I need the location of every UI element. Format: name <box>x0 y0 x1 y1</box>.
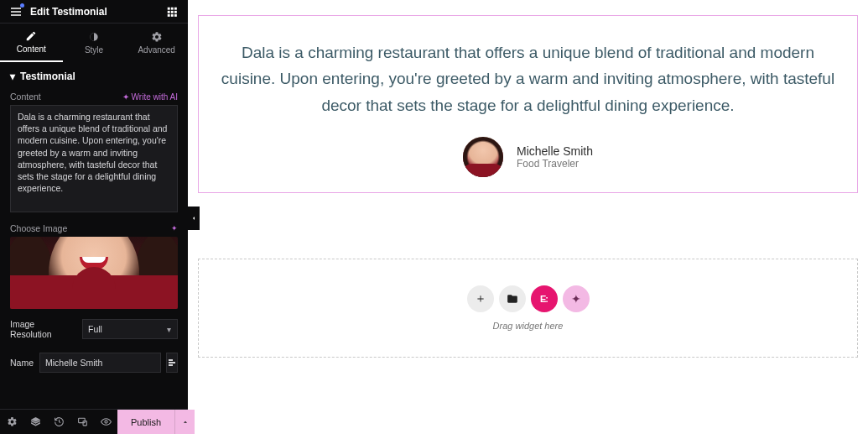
avatar <box>463 137 503 177</box>
name-input[interactable] <box>39 353 161 373</box>
menu-icon[interactable] <box>7 3 25 21</box>
svg-rect-1 <box>171 7 174 9</box>
content-field: Content ✦ Write with AI <box>0 87 188 219</box>
content-label: Content <box>10 92 41 102</box>
dynamic-tags-button[interactable] <box>166 353 178 373</box>
tab-content-label: Content <box>17 44 46 54</box>
image-resolution-label: Image Resolution <box>10 319 77 339</box>
write-with-ai-link[interactable]: ✦ Write with AI <box>122 92 178 102</box>
content-textarea[interactable] <box>10 105 178 212</box>
panel-footer: Publish <box>0 409 188 434</box>
editor-panel: Edit Testimonial Content Style Advanced … <box>0 0 188 434</box>
svg-rect-7 <box>171 13 174 16</box>
notification-dot-icon <box>20 3 24 8</box>
svg-rect-5 <box>174 10 177 13</box>
settings-icon[interactable] <box>0 410 23 434</box>
svg-rect-6 <box>168 13 170 16</box>
tab-advanced[interactable]: Advanced <box>125 24 188 62</box>
section-testimonial-toggle[interactable]: ▾ Testimonial <box>0 62 188 87</box>
responsive-icon[interactable] <box>70 410 94 434</box>
svg-rect-3 <box>168 10 170 13</box>
testimonial-widget[interactable]: Dala is a charming restaurant that offer… <box>198 15 858 193</box>
caret-down-icon: ▾ <box>10 71 15 82</box>
navigator-icon[interactable] <box>23 410 47 434</box>
image-resolution-select[interactable]: Full <box>82 319 178 339</box>
person-title: Food Traveler <box>517 158 593 170</box>
panel-tabs: Content Style Advanced <box>0 24 188 62</box>
history-icon[interactable] <box>47 410 70 434</box>
dropzone-hint: Drag widget here <box>493 321 564 331</box>
image-ai-icon[interactable]: ✦ <box>171 224 178 233</box>
person-name: Michelle Smith <box>517 144 593 158</box>
ek-icon: E: <box>540 294 548 304</box>
image-thumbnail[interactable] <box>10 237 178 309</box>
add-template-button[interactable] <box>499 285 526 312</box>
apps-icon[interactable] <box>163 3 181 21</box>
sparkle-icon: ✦ <box>571 292 581 306</box>
tab-content[interactable]: Content <box>0 24 63 62</box>
ai-button[interactable]: ✦ <box>563 285 590 312</box>
elementskit-button[interactable]: E: <box>531 285 558 312</box>
section-title: Testimonial <box>20 71 75 82</box>
choose-image-label: Choose Image <box>10 223 67 233</box>
svg-rect-0 <box>168 7 170 9</box>
svg-rect-4 <box>171 10 174 13</box>
testimonial-text: Dala is a charming restaurant that offer… <box>219 39 837 118</box>
svg-rect-8 <box>174 13 177 16</box>
folder-icon <box>507 293 518 305</box>
canvas: Dala is a charming restaurant that offer… <box>188 0 868 434</box>
svg-point-12 <box>104 421 107 423</box>
add-widget-button[interactable]: ＋ <box>467 285 494 312</box>
name-field: Name <box>0 346 188 379</box>
testimonial-person: Michelle Smith Food Traveler <box>219 137 837 177</box>
tab-style[interactable]: Style <box>63 24 126 62</box>
preview-icon[interactable] <box>94 410 117 434</box>
choose-image-field: Choose Image ✦ <box>0 219 188 312</box>
tab-advanced-label: Advanced <box>138 45 174 55</box>
sparkle-icon: ✦ <box>122 92 129 102</box>
panel-title: Edit Testimonial <box>30 6 107 18</box>
dropzone[interactable]: ＋ E: ✦ Drag widget here <box>198 259 858 358</box>
write-with-ai-label: Write with AI <box>132 92 178 102</box>
panel-header: Edit Testimonial <box>0 0 188 24</box>
image-resolution-field: Image Resolution Full <box>0 312 188 346</box>
tab-style-label: Style <box>85 45 103 55</box>
svg-rect-2 <box>174 7 177 9</box>
name-label: Name <box>10 358 34 368</box>
publish-button[interactable]: Publish <box>117 410 174 434</box>
plus-icon: ＋ <box>475 291 486 306</box>
